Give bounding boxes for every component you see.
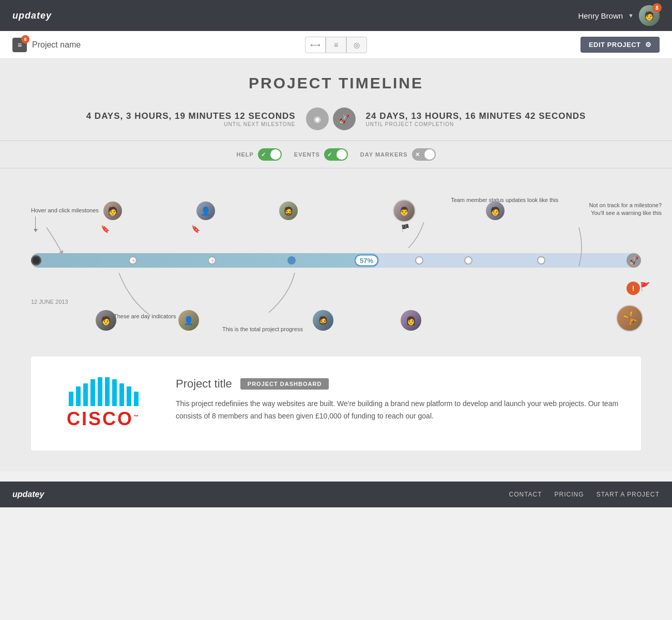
toggle-daymarkers: DAY MARKERS ✕ (360, 148, 436, 161)
countdown-left-label: UNTIL NEXT MILESTONE (86, 121, 296, 127)
nav-user-name: Henry Brown (578, 11, 623, 20)
view-toggle-group: ⟷ ≡ ◎ (305, 37, 367, 53)
flag-icon: 🚩 (640, 282, 650, 291)
edit-project-button[interactable]: EDIT PROJECT ⚙ (581, 37, 660, 53)
checkmark-icon: ✓ (327, 151, 332, 158)
footer-contact[interactable]: CONTACT (509, 491, 542, 498)
countdown-row: 4 DAYS, 3 HOURS, 19 MINUTES 12 SECONDS U… (0, 107, 672, 130)
toggle-events-switch[interactable]: ✓ (324, 148, 348, 161)
avatar-below-3[interactable]: 🧔 (313, 310, 333, 331)
countdown-icons: ◉ 🚀 (306, 107, 356, 130)
toggle-events-label: EVENTS (294, 151, 320, 158)
cisco-tm: ™ (133, 414, 140, 420)
project-section: CISCO™ Project title PROJECT DASHBOARD T… (31, 357, 641, 451)
timeline-area: Hover and click milestones Team member s… (0, 181, 672, 346)
cisco-bar-4 (90, 379, 95, 406)
avatar-milestone-2[interactable]: 👤 (196, 202, 215, 220)
gear-icon: ⚙ (645, 41, 652, 49)
avatar-below-4[interactable]: 👩 (401, 310, 421, 331)
toggle-help-switch[interactable]: ✓ (258, 148, 282, 161)
cisco-bar-1 (69, 392, 73, 406)
footer-logo: updatey (12, 490, 44, 499)
chevron-down-icon[interactable]: ▼ (628, 12, 634, 19)
help-day-indicators: These are day indicators (114, 313, 176, 320)
cisco-text: CISCO™ (67, 408, 140, 430)
plus-icon-2: + (211, 257, 215, 265)
progress-badge: 57% (355, 255, 378, 267)
checkmark-icon: ✓ (261, 151, 266, 158)
bookmark-flag: 🏴 (401, 224, 409, 232)
project-dashboard-button[interactable]: PROJECT DASHBOARD (240, 378, 329, 390)
avatar-team-status[interactable]: 👨 (393, 199, 416, 222)
arrow-team (408, 222, 424, 248)
toggles-row: HELP ✓ EVENTS ✓ DAY MARKERS ✕ (0, 141, 672, 168)
subheader-left: ≡ 8 Project name (12, 38, 81, 52)
project-info: Project title PROJECT DASHBOARD This pro… (176, 377, 620, 423)
avatar-below-1[interactable]: 🧑 (96, 310, 116, 331)
footer-links: CONTACT PRICING START A PROJECT (509, 491, 660, 498)
cisco-bar-2 (76, 386, 81, 406)
avatar-below-end[interactable]: 🤸 (616, 305, 643, 332)
countdown-left-time: 4 DAYS, 3 HOURS, 19 MINUTES 12 SECONDS (86, 111, 296, 121)
countdown-right-label: UNTIL PROJECT COMPLETION (366, 121, 586, 127)
footer-pricing[interactable]: PRICING (555, 491, 584, 498)
timeline-title: PROJECT TIMELINE (0, 74, 672, 92)
help-hover-milestones: Hover and click milestones (31, 207, 99, 232)
avatar[interactable]: 🧑 8 (639, 5, 660, 26)
footer-start-project[interactable]: START A PROJECT (597, 491, 660, 498)
cisco-bar-7 (112, 379, 117, 406)
toggle-help: HELP ✓ (236, 148, 281, 161)
arrow-day (119, 273, 150, 315)
milestone-5[interactable] (537, 256, 545, 265)
avatar-milestone-4[interactable]: 🧑 (486, 202, 505, 220)
plus-icon: + (132, 257, 135, 265)
rocket-icon: 🚀 (333, 107, 356, 130)
milestone-icon: ◉ (306, 107, 329, 130)
footer: updatey CONTACT PRICING START A PROJECT (0, 482, 672, 507)
view-list-btn[interactable]: ≡ (326, 37, 346, 53)
toggle-daymarkers-switch[interactable]: ✕ (412, 148, 436, 161)
milestone-4[interactable] (464, 256, 472, 265)
date-label: 12 JUNE 2013 (31, 299, 68, 305)
toggle-daymarkers-label: DAY MARKERS (360, 151, 408, 158)
view-eye-btn[interactable]: ◎ (346, 37, 367, 53)
countdown-right: 24 DAYS, 13 HOURS, 16 MINUTES 42 SECONDS… (366, 111, 586, 127)
avatar-badge: 8 (652, 3, 662, 12)
project-description: This project redefiniies the way website… (176, 398, 620, 423)
milestone-3[interactable] (415, 256, 423, 265)
milestone-start[interactable] (31, 255, 41, 266)
project-icon-wrap: ≡ 8 (12, 38, 27, 52)
toggle-help-label: HELP (236, 151, 253, 158)
bookmark-icon: 🔖 (101, 225, 110, 233)
cisco-bar-10 (134, 392, 139, 406)
nav-logo: updatey (12, 10, 52, 21)
milestone-end[interactable]: 🚀 (627, 253, 641, 268)
edit-project-label: EDIT PROJECT (589, 41, 641, 49)
toggle-events: EVENTS ✓ (294, 148, 348, 161)
subheader-badge: 8 (21, 35, 29, 43)
navbar: updatey Henry Brown ▼ 🧑 8 (0, 0, 672, 31)
countdown-right-time: 24 DAYS, 13 HOURS, 16 MINUTES 42 SECONDS (366, 111, 586, 121)
help-team-status: Team member status updates look like thi… (451, 196, 558, 204)
cisco-bars (69, 377, 139, 406)
nav-user[interactable]: Henry Brown ▼ 🧑 8 (578, 5, 660, 26)
project-name: Project name (32, 40, 81, 50)
avatar-milestone-1[interactable]: 🧑 (103, 202, 122, 220)
arrow-progress (269, 273, 295, 313)
view-timeline-btn[interactable]: ⟷ (305, 37, 326, 53)
warning-icon: ! (627, 282, 640, 295)
help-not-on-track: Not on track for a milestone? You'll see… (579, 202, 662, 218)
milestone-current[interactable] (287, 256, 296, 265)
help-total-progress: This is the total project progress (222, 326, 303, 333)
timeline-track: + + 57% 🚀 (31, 253, 641, 268)
avatar-milestone-3[interactable]: 🧔 (279, 202, 298, 220)
timeline-progress (31, 253, 379, 268)
cisco-bar-5 (98, 377, 102, 406)
subheader: ≡ 8 Project name ⟷ ≡ ◎ EDIT PROJECT ⚙ (0, 31, 672, 59)
cisco-bar-6 (105, 377, 110, 406)
bookmark-icon-2: 🔖 (191, 225, 200, 233)
cisco-bar-8 (119, 383, 124, 406)
avatar-below-2[interactable]: 👤 (178, 310, 199, 331)
countdown-left: 4 DAYS, 3 HOURS, 19 MINUTES 12 SECONDS U… (86, 111, 296, 127)
cisco-bar-3 (83, 383, 88, 406)
